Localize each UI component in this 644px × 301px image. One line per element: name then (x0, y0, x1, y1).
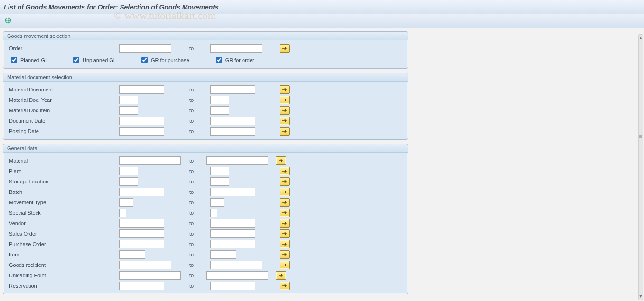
spstock-low-input[interactable] (119, 209, 126, 217)
unload-low-input[interactable] (119, 271, 181, 280)
movtype-low-input[interactable] (119, 198, 133, 207)
label-storloc: Storage Location (7, 179, 116, 184)
cb-unplanned-gi[interactable]: Unplanned GI (71, 55, 115, 64)
cb-planned-gi[interactable]: Planned GI (9, 55, 47, 64)
label-item: Item (7, 252, 116, 257)
execute-button[interactable] (3, 16, 13, 27)
arrow-right-icon (282, 179, 288, 184)
matdoc-low-input[interactable] (119, 85, 164, 94)
order-high-input[interactable] (210, 44, 262, 53)
label-plant: Plant (7, 168, 116, 174)
matyear-multiselect-button[interactable] (280, 96, 290, 104)
matdoc-multiselect-button[interactable] (280, 85, 290, 94)
to-label: to (188, 46, 207, 51)
to-label: to (188, 128, 207, 134)
vendor-high-input[interactable] (210, 219, 255, 228)
row-material: Material to (7, 155, 404, 166)
group-header: Goods movement selection (3, 32, 408, 40)
batch-high-input[interactable] (210, 188, 255, 196)
item-multiselect-button[interactable] (280, 250, 290, 259)
cb-gr-order[interactable]: GR for order (214, 55, 254, 64)
storloc-multiselect-button[interactable] (280, 177, 290, 186)
salesord-high-input[interactable] (210, 229, 255, 238)
order-multiselect-button[interactable] (280, 44, 290, 53)
unload-multiselect-button[interactable] (276, 271, 286, 280)
label-material: Material (7, 158, 116, 164)
to-label: to (188, 200, 207, 205)
batch-multiselect-button[interactable] (280, 188, 290, 196)
postdate-multiselect-button[interactable] (280, 127, 290, 136)
row-spstock: Special Stock to (7, 208, 404, 218)
matitem-multiselect-button[interactable] (280, 106, 290, 115)
to-label: to (188, 189, 207, 195)
purord-multiselect-button[interactable] (280, 240, 290, 248)
vendor-low-input[interactable] (119, 219, 164, 228)
scroll-up-icon[interactable]: ▲ (639, 35, 643, 41)
cb-gr-purchase[interactable]: GR for purchase (140, 55, 189, 64)
to-label: to (188, 97, 207, 103)
item-low-input[interactable] (119, 250, 145, 259)
matyear-low-input[interactable] (119, 96, 138, 104)
item-high-input[interactable] (210, 250, 236, 259)
plant-multiselect-button[interactable] (280, 167, 290, 175)
scroll-down-icon[interactable]: ▼ (639, 293, 643, 300)
row-purord: Purchase Order to (7, 239, 404, 249)
goodsrec-high-input[interactable] (210, 261, 262, 269)
cb-gr-purchase-label: GR for purchase (151, 57, 189, 63)
reserv-multiselect-button[interactable] (280, 282, 290, 290)
cb-unplanned-gi-input[interactable] (73, 57, 79, 63)
spstock-high-input[interactable] (210, 209, 217, 217)
row-matitem: Material Doc.Item to (7, 105, 404, 116)
spstock-multiselect-button[interactable] (280, 209, 290, 217)
arrow-right-icon (282, 169, 288, 173)
execute-icon (4, 17, 12, 26)
goodsrec-low-input[interactable] (119, 261, 171, 269)
checkbox-row: Planned GI Unplanned GI GR for purchase … (7, 54, 404, 65)
group-material-doc-selection: Material document selection Material Doc… (3, 73, 408, 140)
postdate-high-input[interactable] (210, 127, 255, 136)
matdoc-high-input[interactable] (210, 85, 255, 94)
batch-low-input[interactable] (119, 188, 164, 196)
storloc-high-input[interactable] (210, 177, 229, 186)
reserv-low-input[interactable] (119, 282, 164, 290)
purord-low-input[interactable] (119, 240, 164, 248)
goodsrec-multiselect-button[interactable] (280, 261, 290, 269)
storloc-low-input[interactable] (119, 177, 138, 186)
vendor-multiselect-button[interactable] (280, 219, 290, 228)
matitem-high-input[interactable] (210, 106, 229, 115)
to-label: to (188, 158, 204, 164)
matitem-low-input[interactable] (119, 106, 138, 115)
unload-high-input[interactable] (206, 271, 268, 280)
material-multiselect-button[interactable] (276, 156, 286, 165)
movtype-multiselect-button[interactable] (280, 198, 290, 207)
purord-high-input[interactable] (210, 240, 255, 248)
salesord-multiselect-button[interactable] (280, 229, 290, 238)
salesord-low-input[interactable] (119, 229, 164, 238)
material-high-input[interactable] (206, 156, 268, 165)
arrow-right-icon (282, 87, 288, 92)
docdate-high-input[interactable] (210, 117, 255, 125)
order-low-input[interactable] (119, 44, 171, 53)
arrow-right-icon (282, 252, 288, 257)
label-docdate: Document Date (7, 118, 116, 124)
vertical-scrollbar[interactable]: ▲ ▼ (638, 34, 643, 300)
docdate-low-input[interactable] (119, 117, 164, 125)
cb-gr-purchase-input[interactable] (141, 57, 148, 63)
cb-planned-gi-input[interactable] (11, 57, 17, 63)
row-batch: Batch to (7, 187, 404, 197)
row-goodsrec: Goods recipient to (7, 260, 404, 270)
docdate-multiselect-button[interactable] (280, 117, 290, 125)
to-label: to (188, 210, 207, 216)
movtype-high-input[interactable] (210, 198, 224, 207)
postdate-low-input[interactable] (119, 127, 164, 136)
to-label: to (188, 87, 207, 92)
matyear-high-input[interactable] (210, 96, 229, 104)
row-order: Order to (7, 43, 404, 54)
plant-low-input[interactable] (119, 167, 138, 175)
arrow-right-icon (282, 108, 288, 113)
plant-high-input[interactable] (210, 167, 229, 175)
reserv-high-input[interactable] (210, 282, 255, 290)
cb-gr-order-input[interactable] (216, 57, 222, 63)
material-low-input[interactable] (119, 156, 181, 165)
scroll-grip-icon[interactable] (639, 134, 642, 144)
